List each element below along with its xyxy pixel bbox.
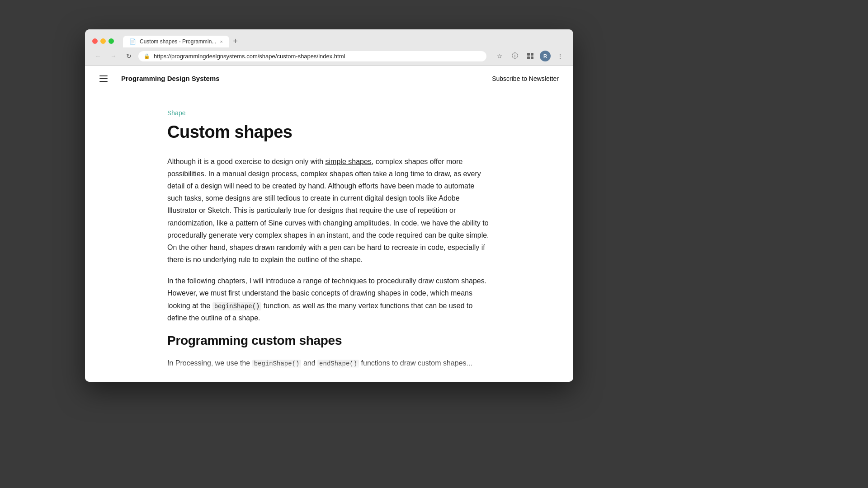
hamburger-line [99, 75, 108, 76]
browser-window: 📄 Custom shapes - Programmin... × + ← → … [85, 29, 573, 382]
tabs-row: 📄 Custom shapes - Programmin... × + [123, 35, 566, 47]
paragraph-2: In the following chapters, I will introd… [167, 275, 491, 324]
article-title: Custom shapes [167, 122, 491, 143]
lock-icon: 🔒 [144, 53, 150, 59]
address-bar-row: ← → ↻ 🔒 https://programmingdesignsystems… [85, 47, 573, 66]
refresh-button[interactable]: ↻ [123, 50, 135, 62]
menu-button[interactable]: ⋮ [554, 50, 566, 62]
section-intro: In Processing, we use the beginShape() a… [167, 357, 491, 370]
site-title: Programming Design Systems [121, 75, 220, 82]
url-text: https://programmingdesignsystems.com/sha… [154, 53, 481, 60]
browser-actions: ☆ ⓘ R ⋮ [494, 50, 566, 62]
svg-rect-2 [527, 56, 530, 59]
section-title: Programming custom shapes [167, 333, 491, 348]
svg-rect-0 [527, 53, 530, 56]
back-button[interactable]: ← [92, 50, 104, 62]
minimize-button[interactable] [100, 38, 106, 44]
subscribe-link[interactable]: Subscribe to Newsletter [492, 75, 559, 82]
hamburger-menu-button[interactable] [99, 71, 114, 86]
svg-rect-3 [531, 56, 533, 59]
category-label: Shape [167, 109, 491, 117]
tab-page-icon: 📄 [129, 38, 136, 45]
page-content: Programming Design Systems Subscribe to … [85, 66, 573, 382]
browser-chrome: 📄 Custom shapes - Programmin... × + ← → … [85, 29, 573, 66]
hamburger-line [99, 81, 108, 82]
hamburger-line [99, 78, 108, 79]
article-body: Although it is a good exercise to design… [167, 155, 491, 371]
simple-shapes-link[interactable]: simple shapes [326, 158, 372, 165]
title-bar: 📄 Custom shapes - Programmin... × + [85, 29, 573, 47]
close-button[interactable] [92, 38, 98, 44]
site-header: Programming Design Systems Subscribe to … [85, 66, 573, 91]
tab-title: Custom shapes - Programmin... [140, 38, 216, 45]
profile-button[interactable]: R [540, 51, 551, 61]
article-container: Shape Custom shapes Although it is a goo… [153, 91, 505, 382]
tab-close-button[interactable]: × [220, 39, 222, 44]
address-bar[interactable]: 🔒 https://programmingdesignsystems.com/s… [138, 51, 486, 61]
forward-button[interactable]: → [108, 50, 119, 62]
paragraph-1: Although it is a good exercise to design… [167, 155, 491, 266]
maximize-button[interactable] [108, 38, 114, 44]
cut-off-paragraph: In Processing, we use the beginShape() a… [167, 357, 491, 371]
extensions-button[interactable] [524, 50, 536, 62]
bookmark-button[interactable]: ☆ [494, 50, 505, 62]
active-tab[interactable]: 📄 Custom shapes - Programmin... × [123, 36, 229, 47]
svg-rect-1 [531, 53, 533, 56]
new-tab-button[interactable]: + [229, 35, 242, 47]
code-snippet: beginShape() [212, 302, 262, 310]
site-header-right: Subscribe to Newsletter [492, 75, 559, 83]
traffic-lights [92, 38, 114, 44]
info-button[interactable]: ⓘ [509, 50, 521, 62]
